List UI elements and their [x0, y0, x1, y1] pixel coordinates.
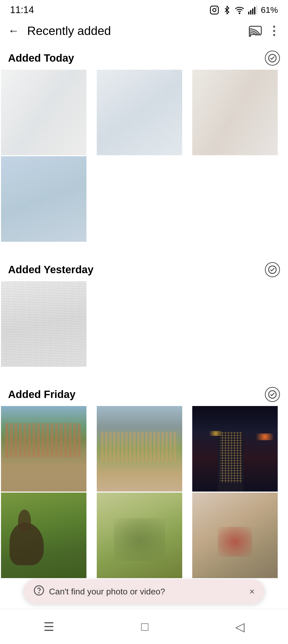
spacer-4	[192, 281, 287, 376]
photo-friday-2[interactable]	[97, 406, 182, 492]
app-bar: ← Recently added ⋮	[0, 18, 288, 44]
photo-grid-today-row2	[0, 156, 288, 251]
svg-rect-8	[256, 5, 257, 14]
instagram-icon	[210, 5, 219, 15]
signal-icon	[248, 5, 257, 15]
photo-grid-yesterday-row1	[0, 281, 288, 376]
svg-rect-0	[210, 6, 218, 14]
photo-friday-1[interactable]	[1, 406, 86, 492]
app-bar-right: ⋮	[249, 24, 280, 38]
section-title-friday: Added Friday	[8, 388, 75, 400]
nav-menu-button[interactable]: ☰	[31, 616, 66, 638]
status-icons: 61%	[210, 5, 278, 15]
photo-today-2[interactable]	[97, 70, 182, 155]
bottom-nav: ☰ □ ◁	[0, 609, 288, 644]
svg-point-2	[216, 7, 217, 8]
photo-friday-3[interactable]	[192, 406, 278, 492]
section-title-today: Added Today	[8, 52, 74, 64]
photo-today-4[interactable]	[1, 156, 86, 242]
app-bar-left: ← Recently added	[6, 22, 111, 39]
nav-back-button[interactable]: ◁	[223, 616, 257, 638]
svg-point-15	[39, 592, 39, 593]
status-time: 11:14	[10, 5, 34, 15]
photo-friday-5[interactable]	[97, 493, 182, 578]
photo-today-1[interactable]	[1, 70, 86, 155]
status-bar: 11:14 61%	[0, 0, 288, 18]
back-button[interactable]: ←	[6, 22, 21, 39]
section-header-yesterday: Added Yesterday	[0, 255, 288, 281]
svg-rect-4	[248, 12, 250, 14]
snackbar: Can't find your photo or video? ×	[23, 579, 265, 604]
more-options-button[interactable]: ⋮	[268, 24, 280, 38]
section-header-friday: Added Friday	[0, 380, 288, 406]
snackbar-close-button[interactable]: ×	[249, 586, 255, 597]
spacer-1	[97, 156, 191, 251]
spacer-3	[97, 281, 191, 376]
photo-grid-friday-row2	[0, 493, 288, 578]
svg-rect-6	[252, 8, 253, 14]
page-title: Recently added	[27, 24, 111, 38]
svg-rect-7	[254, 7, 255, 14]
select-friday-button[interactable]	[265, 387, 280, 402]
nav-home-button[interactable]: □	[129, 616, 160, 637]
photo-friday-6[interactable]	[192, 493, 278, 578]
photo-friday-4[interactable]	[1, 493, 86, 578]
cast-icon[interactable]	[249, 24, 262, 37]
section-title-yesterday: Added Yesterday	[8, 264, 93, 276]
snackbar-message: Can't find your photo or video?	[49, 587, 245, 596]
photo-grid-friday-row1	[0, 406, 288, 492]
svg-point-3	[239, 13, 240, 14]
photo-grid-today-row1	[0, 70, 288, 155]
select-yesterday-button[interactable]	[265, 262, 280, 277]
svg-rect-5	[250, 10, 251, 14]
wifi-icon	[235, 5, 244, 15]
photo-yesterday-1[interactable]	[1, 281, 86, 367]
snackbar-help-icon	[33, 585, 44, 598]
select-today-button[interactable]	[265, 51, 280, 66]
spacer-2	[192, 156, 287, 251]
bluetooth-icon	[223, 6, 231, 14]
svg-point-1	[213, 8, 216, 12]
photo-today-3[interactable]	[192, 70, 278, 155]
section-header-today: Added Today	[0, 44, 288, 70]
battery-indicator: 61%	[261, 5, 278, 15]
